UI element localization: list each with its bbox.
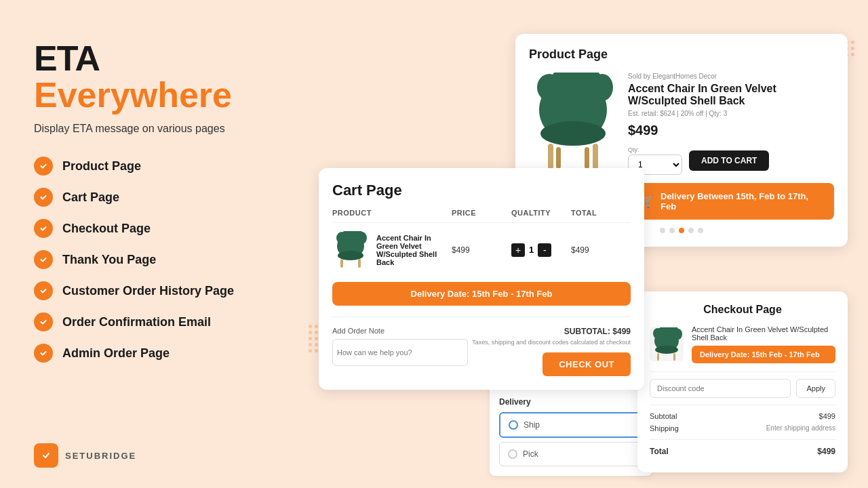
checkout-button[interactable]: CHECK OUT [542,352,631,376]
subtotal-label: SUBTOTAL: [564,327,610,336]
svg-point-13 [591,74,613,101]
cart-item-price: $499 [452,245,511,255]
svg-point-2 [39,224,48,233]
logo-icon [34,443,58,468]
left-section: ETA Everywhere Display ETA message on va… [34,41,319,363]
order-note-input[interactable] [332,339,468,366]
checkout-divider-2 [650,405,835,405]
checkout-delivery-banner: Delivery Date: 15th Feb - 17th Feb [692,346,835,363]
cart-table-header: PRODUCT PRICE QUALTITY TOTAL [332,209,631,223]
summary-shipping-value: Enter shipping address [766,424,835,432]
checkout-product-row: Accent Chair In Green Velvet W/Sculpted … [650,325,835,363]
checkout-discount-row: Apply [650,379,835,398]
ship-option[interactable]: Ship [499,412,643,438]
dot-2 [669,228,675,233]
pick-option-text: Pick [523,449,538,459]
add-to-cart-button[interactable]: ADD TO CART [689,150,769,171]
svg-point-14 [540,121,606,146]
checkout-product-info: Accent Chair In Green Velvet W/Sculpted … [692,325,835,363]
product-delivery-message: Delivery Between 15th, Feb to 17th, Feb [660,191,823,211]
dot-3-active [679,228,684,233]
cart-page-title: Cart Page [332,182,631,199]
cart-chair-image [332,231,370,268]
svg-rect-15 [548,144,553,169]
svg-rect-17 [556,147,561,169]
svg-rect-18 [585,147,589,169]
svg-rect-37 [657,353,659,361]
check-icon-admin [34,344,53,363]
summary-total-label: Total [650,447,669,456]
brand-subtitle: Everywhere [34,76,319,115]
check-icon-email [34,312,53,331]
cart-product-name: Accent Chair In Green Velvet W/Sculpted … [376,234,452,266]
svg-rect-38 [673,353,675,361]
svg-point-35 [674,329,682,340]
pick-radio[interactable] [508,449,517,459]
pick-option[interactable]: Pick [499,442,643,466]
subtotal-row: SUBTOTAL: $499 [472,327,631,336]
delivery-section-label: Delivery [499,397,643,407]
checkout-chair-image [650,327,684,361]
feature-item-order-email: Order Confirmation Email [34,312,319,331]
total-summary-row: Total $499 [650,447,835,456]
ship-option-text: Ship [524,420,540,430]
svg-point-7 [39,449,53,462]
feature-item-order-history: Customer Order History Page [34,281,319,300]
svg-point-3 [39,255,48,264]
discount-input[interactable] [650,379,791,398]
logo-text: SETUBRIDGE [65,451,136,461]
svg-point-26 [338,251,363,260]
svg-point-25 [357,232,367,244]
svg-point-5 [39,317,48,327]
qty-minus-button[interactable]: - [538,243,551,257]
feature-label-2: Checkout Page [62,222,151,236]
feature-item-cart-page: Cart Page [34,188,319,207]
column-product: PRODUCT [332,209,452,217]
dot-1 [660,228,665,233]
column-total: TOTAL [571,209,631,217]
shipping-summary-row: Shipping Enter shipping address [650,424,835,432]
subtotal-summary-row: Subtotal $499 [650,412,835,420]
dot-4 [688,228,694,233]
checkout-page-card: Checkout Page Accent Chair In Green Velv… [637,291,848,472]
cart-delivery-banner: Delivery Date: 15th Feb - 17th Feb [332,282,631,306]
svg-point-1 [39,192,48,202]
qty-number: 1 [529,245,534,255]
cart-item-total: $499 [571,245,631,255]
summary-subtotal-label: Subtotal [650,412,677,420]
column-quantity: QUALTITY [511,209,571,217]
check-icon-cart [34,188,53,207]
ship-radio[interactable] [509,420,518,430]
feature-label-5: Order Confirmation Email [62,315,211,329]
feature-item-admin-order: Admin Order Page [34,344,319,363]
svg-point-6 [39,348,48,358]
product-name: Accent Chair In Green Velvet W/Sculpted … [628,83,834,107]
apply-button[interactable]: Apply [796,379,835,398]
summary-total-value: $499 [817,447,835,456]
checkout-page-title: Checkout Page [650,304,835,316]
product-page-title: Product Page [529,47,834,62]
cart-page-card: Cart Page PRODUCT PRICE QUALTITY TOTAL [319,168,644,390]
qty-label: Qty: [628,146,682,153]
feature-list: Product Page Cart Page Checkout Page [34,157,319,363]
svg-rect-28 [358,259,361,268]
checkout-product-name: Accent Chair In Green Velvet W/Sculpted … [692,325,835,342]
summary-shipping-label: Shipping [650,424,679,432]
product-chair-image [529,73,617,167]
check-icon-history [34,281,53,300]
dot-5 [698,228,703,233]
cart-checkout-section: SUBTOTAL: $499 Taxes, shipping and disco… [472,327,631,376]
svg-point-36 [655,346,678,354]
svg-rect-27 [340,259,343,268]
feature-label-1: Cart Page [62,190,119,205]
product-price: $499 [628,123,834,138]
qty-plus-button[interactable]: + [511,243,525,257]
feature-label-0: Product Page [62,159,141,174]
check-icon-product [34,157,53,176]
checkout-divider-3 [650,439,835,440]
product-details: Sold by ElegantHomes Decor Accent Chair … [628,73,834,220]
check-icon-checkout [34,219,53,238]
feature-item-checkout-page: Checkout Page [34,219,319,238]
brand-description: Display ETA message on various pages [34,123,319,135]
qty-controls: + 1 - [511,243,571,257]
